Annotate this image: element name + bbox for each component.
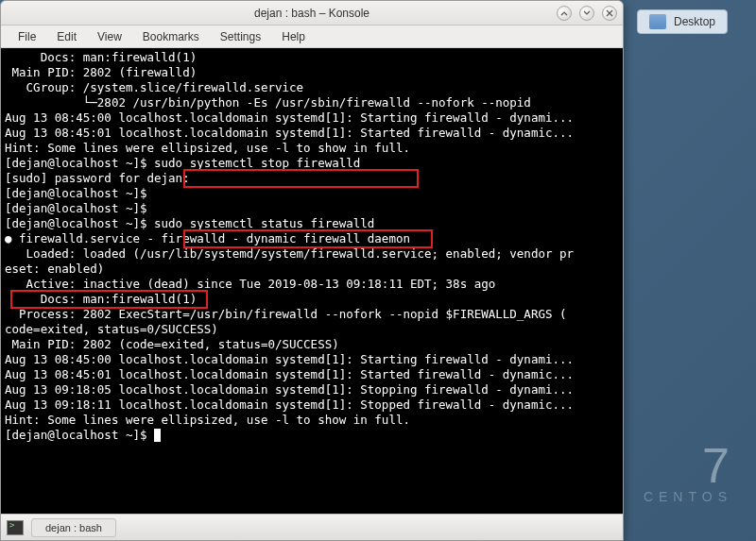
terminal-line: Main PID: 2802 (code=exited, status=0/SU… bbox=[5, 337, 619, 352]
menu-settings[interactable]: Settings bbox=[211, 27, 270, 46]
terminal-line: [dejan@localhost ~]$ sudo systemctl stop… bbox=[5, 156, 619, 171]
terminal-line: Aug 13 08:45:00 localhost.localdomain sy… bbox=[5, 352, 619, 367]
terminal-line: Docs: man:firewalld(1) bbox=[5, 292, 619, 307]
desktop-icon bbox=[649, 14, 666, 29]
wallpaper-number: 7 bbox=[644, 441, 732, 490]
terminal-line: Docs: man:firewalld(1) bbox=[5, 50, 619, 65]
terminal-line: Main PID: 2802 (firewalld) bbox=[5, 65, 619, 80]
terminal-line: [sudo] password for dejan: bbox=[5, 171, 619, 186]
terminal-line: └─2802 /usr/bin/python -Es /usr/sbin/fir… bbox=[5, 95, 619, 110]
terminal-line: [dejan@localhost ~]$ bbox=[5, 186, 619, 201]
terminal-line: ● firewalld.service - firewalld - dynami… bbox=[5, 231, 619, 246]
terminal-tab[interactable]: dejan : bash bbox=[31, 518, 116, 537]
minimize-button[interactable] bbox=[557, 6, 572, 21]
menubar: File Edit View Bookmarks Settings Help bbox=[1, 25, 623, 48]
terminal-tab-icon bbox=[7, 520, 24, 535]
terminal-line: [dejan@localhost ~]$ bbox=[5, 201, 619, 216]
cursor bbox=[154, 429, 161, 442]
desktop-wallpaper-text: 7 CENTOS bbox=[644, 441, 732, 503]
terminal-line: Aug 13 09:18:05 localhost.localdomain sy… bbox=[5, 382, 619, 397]
terminal-line: Active: inactive (dead) since Tue 2019-0… bbox=[5, 277, 619, 292]
terminal-line: Process: 2802 ExecStart=/usr/bin/firewal… bbox=[5, 307, 619, 322]
menu-view[interactable]: View bbox=[88, 27, 131, 46]
window-controls bbox=[557, 6, 617, 21]
desktop-folder-shortcut[interactable]: Desktop bbox=[637, 9, 728, 34]
terminal-line: [dejan@localhost ~]$ bbox=[5, 428, 619, 443]
window-tab-bar: dejan : bash bbox=[1, 514, 623, 540]
maximize-button[interactable] bbox=[579, 6, 594, 21]
window-title: dejan : bash – Konsole bbox=[254, 7, 369, 20]
terminal-line: code=exited, status=0/SUCCESS) bbox=[5, 322, 619, 337]
terminal-line: Aug 13 08:45:01 localhost.localdomain sy… bbox=[5, 367, 619, 382]
terminal-line: [dejan@localhost ~]$ sudo systemctl stat… bbox=[5, 216, 619, 231]
menu-edit[interactable]: Edit bbox=[47, 27, 86, 46]
terminal-line: Aug 13 08:45:00 localhost.localdomain sy… bbox=[5, 110, 619, 126]
menu-bookmarks[interactable]: Bookmarks bbox=[133, 27, 209, 46]
menu-file[interactable]: File bbox=[9, 27, 45, 46]
terminal-line: Loaded: loaded (/usr/lib/systemd/system/… bbox=[5, 246, 619, 262]
titlebar[interactable]: dejan : bash – Konsole bbox=[1, 1, 623, 25]
wallpaper-distro: CENTOS bbox=[644, 490, 732, 503]
terminal-line: eset: enabled) bbox=[5, 262, 619, 277]
desktop-icon-label: Desktop bbox=[674, 15, 715, 28]
terminal-output[interactable]: Docs: man:firewalld(1) Main PID: 2802 (f… bbox=[1, 48, 623, 514]
terminal-line: Hint: Some lines were ellipsized, use -l… bbox=[5, 413, 619, 428]
terminal-line: CGroup: /system.slice/firewalld.service bbox=[5, 80, 619, 95]
menu-help[interactable]: Help bbox=[272, 27, 315, 46]
terminal-line: Aug 13 09:18:11 localhost.localdomain sy… bbox=[5, 397, 619, 413]
terminal-line: Aug 13 08:45:01 localhost.localdomain sy… bbox=[5, 126, 619, 141]
close-button[interactable] bbox=[602, 6, 617, 21]
terminal-line: Hint: Some lines were ellipsized, use -l… bbox=[5, 141, 619, 156]
terminal-tab-label: dejan : bash bbox=[45, 522, 102, 533]
konsole-window: dejan : bash – Konsole File Edit View Bo… bbox=[0, 0, 624, 541]
